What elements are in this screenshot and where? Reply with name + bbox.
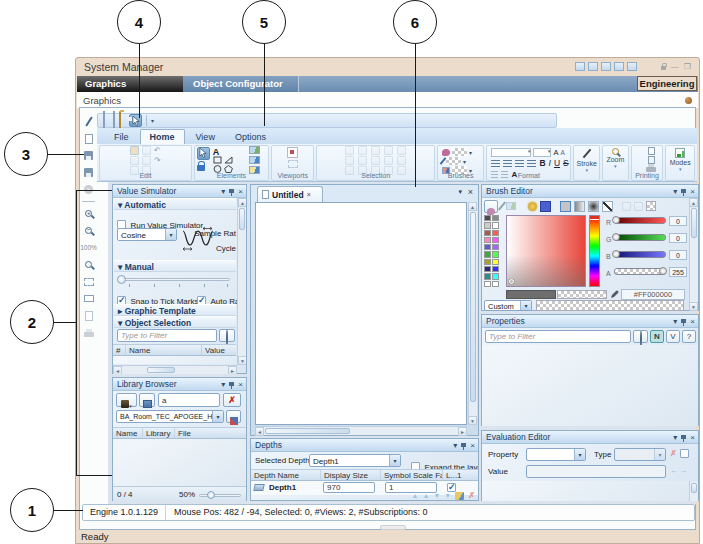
animation-element-icon[interactable]	[249, 156, 260, 164]
zoom-out-icon[interactable]: −	[85, 225, 92, 236]
properties-search-button[interactable]	[633, 330, 648, 343]
palette-swatch[interactable]	[484, 222, 491, 228]
zoom-in-icon[interactable]: +	[85, 208, 92, 219]
close-icon[interactable]: ×	[690, 317, 695, 327]
palette-swatch[interactable]	[492, 215, 499, 221]
scroll-down-icon[interactable]: ▼	[689, 302, 698, 311]
library-zoom-thumb[interactable]	[207, 491, 215, 499]
align-center-icon[interactable]	[503, 160, 512, 167]
palette-swatch[interactable]	[492, 237, 499, 243]
add-depth-icon[interactable]	[455, 492, 464, 500]
value-simulator-vscrollbar[interactable]: ▲ ▼	[237, 198, 246, 365]
close-icon[interactable]: ×	[690, 187, 695, 197]
brightness-icon[interactable]	[528, 202, 537, 211]
stroke-brush-swatch[interactable]	[446, 157, 461, 165]
vscroll-thumb[interactable]	[691, 483, 697, 493]
hex-color-field[interactable]: #FF000000	[621, 289, 685, 300]
close-icon[interactable]: ×	[690, 433, 695, 443]
evaluation-vscrollbar[interactable]	[689, 481, 698, 501]
page-setup-icon[interactable]	[648, 156, 655, 164]
section-graphic-template[interactable]: ▸ Graphic Template	[114, 304, 236, 316]
combo-dropdown-icon[interactable]: ▾	[212, 411, 223, 422]
palette-swatch[interactable]	[484, 251, 491, 257]
grow-font-icon[interactable]: A	[553, 148, 558, 157]
close-document-icon[interactable]: ×	[468, 187, 473, 197]
pointer-tool-button[interactable]	[197, 147, 210, 160]
section-object-selection[interactable]: ▾ Object Selection	[114, 316, 236, 328]
no-fill-button[interactable]	[602, 201, 613, 212]
palette-swatch[interactable]	[492, 222, 499, 228]
strikethrough-icon[interactable]: S	[563, 159, 569, 168]
hscroll-thumb[interactable]	[265, 428, 350, 434]
vscroll-thumb[interactable]	[470, 212, 476, 402]
selected-depth-combo[interactable]: Depth1▾	[309, 454, 401, 467]
scroll-right-icon[interactable]: ►	[458, 427, 467, 436]
palette-swatch[interactable]	[484, 273, 491, 279]
palette-swatch[interactable]	[484, 215, 491, 221]
layout-quad-icon[interactable]	[614, 62, 624, 71]
italic-icon[interactable]: I	[549, 159, 551, 168]
viewport-rect-icon[interactable]	[84, 293, 94, 304]
current-color-swatch[interactable]	[540, 201, 551, 212]
palette-swatch[interactable]	[484, 281, 491, 287]
green-slider[interactable]	[614, 234, 666, 241]
library-zoom-track[interactable]	[199, 494, 241, 497]
palette-swatch[interactable]	[492, 266, 499, 272]
pin-icon[interactable]	[229, 189, 234, 193]
scroll-left-icon[interactable]: ◄	[113, 366, 122, 374]
combo-dropdown-icon[interactable]: ▾	[389, 455, 400, 466]
library-view-grid-button[interactable]	[139, 393, 155, 407]
value-simulator-hscrollbar[interactable]: ◄ ►	[113, 365, 237, 374]
palette-swatch[interactable]	[484, 266, 491, 272]
vscroll-thumb[interactable]	[239, 208, 245, 230]
print-preview-icon[interactable]	[648, 147, 655, 155]
solid-fill-button[interactable]	[560, 201, 571, 212]
align-left-icon[interactable]	[491, 160, 500, 167]
brush-editor-vscrollbar[interactable]: ▲ ▼	[689, 198, 698, 311]
font-family-combo[interactable]	[491, 148, 531, 157]
layout-single-icon[interactable]	[627, 62, 637, 71]
fill-brush-icon[interactable]	[442, 149, 450, 156]
tab-graphics[interactable]: Graphics	[77, 76, 183, 92]
solid-brush-mode-button[interactable]	[484, 200, 498, 213]
ribbon-tab-view[interactable]: View	[187, 130, 224, 144]
close-icon[interactable]: ×	[238, 187, 243, 197]
tab-engineering[interactable]: Engineering	[637, 76, 697, 91]
column-display-size[interactable]: Display Size	[321, 470, 381, 480]
close-icon[interactable]: ×	[470, 441, 475, 451]
fill-brush-dropdown-icon[interactable]: ▾	[469, 149, 472, 156]
blue-slider[interactable]	[614, 251, 666, 258]
panel-menu-icon[interactable]: ▾	[453, 441, 457, 451]
section-manual[interactable]: ▾ Manual	[114, 260, 236, 272]
library-list-empty[interactable]	[113, 439, 246, 486]
qat-open-icon[interactable]	[119, 112, 121, 130]
zoom-button[interactable]: Zoom ▾	[602, 145, 629, 181]
layout-split-vertical-icon[interactable]	[601, 62, 611, 71]
qat-overflow-icon[interactable]: ▾	[151, 117, 154, 124]
modes-dropdown-icon[interactable]: ▾	[679, 167, 682, 171]
stroke-button[interactable]: Stroke ▾	[573, 145, 600, 181]
clear-filter-button[interactable]: ✗	[223, 393, 241, 407]
canvas-hscrollbar[interactable]: ◄ ►	[255, 426, 467, 435]
property-combo[interactable]: ▾	[526, 448, 586, 461]
canvas-vscrollbar[interactable]: ▲ ▼	[468, 202, 477, 425]
marquee-select-icon[interactable]	[84, 276, 94, 287]
red-slider-thumb[interactable]	[612, 216, 620, 224]
column-value[interactable]: Value	[202, 345, 236, 355]
filter-help-button[interactable]: ?	[682, 330, 696, 343]
evaluation-checkbox[interactable]	[680, 449, 689, 458]
library-source-button[interactable]: ▾	[116, 393, 137, 407]
modes-button[interactable]: Modes ▾	[665, 145, 695, 181]
save-as-icon[interactable]	[84, 167, 93, 178]
scroll-left-icon[interactable]: ◄	[255, 427, 264, 436]
pen-mode-icon[interactable]	[501, 198, 503, 215]
panel-menu-icon[interactable]: ▾	[673, 317, 677, 327]
shrink-font-icon[interactable]: A	[560, 148, 564, 157]
palette-swatch[interactable]	[484, 259, 491, 265]
palette-swatch[interactable]	[484, 244, 491, 250]
ribbon-tab-file[interactable]: File	[105, 130, 138, 144]
close-icon[interactable]: ×	[238, 380, 243, 390]
panel-menu-icon[interactable]: ▾	[221, 187, 225, 197]
section-automatic[interactable]: ▾ Automatic	[114, 198, 236, 210]
blue-slider-thumb[interactable]	[612, 250, 620, 258]
